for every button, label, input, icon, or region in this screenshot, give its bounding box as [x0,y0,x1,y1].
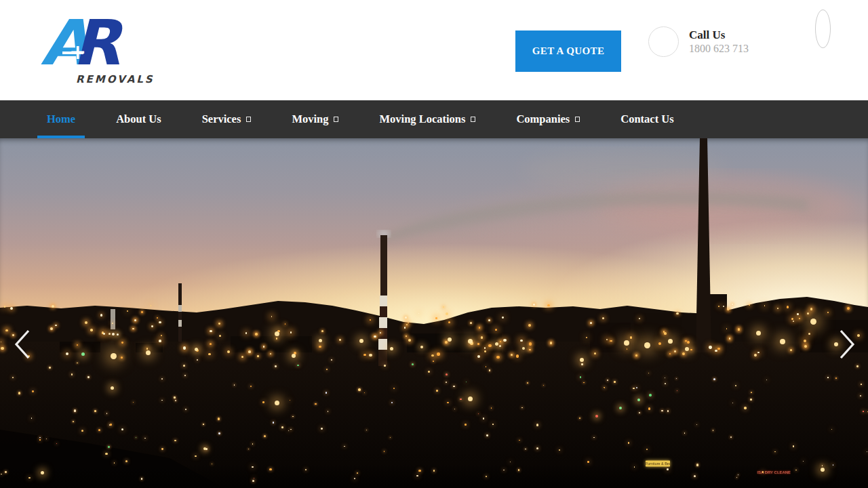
nav-item-label: Contact Us [620,113,673,126]
nav-item-moving[interactable]: Moving [282,100,348,138]
nav-item-label: Home [47,113,75,126]
striped-chimney [378,235,387,366]
carousel-next-button[interactable] [838,329,856,359]
hero-carousel-slide: Furniture & Bedding ISA DRY CLEANERS [0,138,868,488]
call-us-phone-number[interactable]: 1800 623 713 [689,42,749,56]
call-us-label: Call Us [689,28,749,42]
decorative-oval [815,9,831,48]
stack-base-building [709,294,727,352]
hill-structure [111,309,115,329]
nav-item-services[interactable]: Services [193,100,261,138]
page: A R + REMOVALS GET A QUOTE Call Us 1800 … [0,0,868,488]
main-navigation: Home About Us Services Moving Moving Loc… [0,100,868,138]
phone-icon [648,26,679,57]
chimney-band [178,320,182,327]
nav-item-label: Moving [292,113,328,126]
dropdown-indicator-icon [471,117,475,122]
get-a-quote-button[interactable]: GET A QUOTE [515,30,621,72]
haze-cloud [522,150,726,191]
nav-item-label: Moving Locations [379,113,465,126]
dropdown-indicator-icon [334,117,338,122]
nav-item-label: Companies [516,113,570,126]
site-header: A R + REMOVALS GET A QUOTE Call Us 1800 … [0,0,868,100]
call-us-block: Call Us 1800 623 713 [689,28,749,56]
nav-item-contact-us[interactable]: Contact Us [611,100,683,138]
chevron-left-icon [16,331,28,358]
chimney-band [178,305,182,312]
bottom-fade [0,465,868,488]
dropdown-indicator-icon [575,117,580,122]
brand-logo[interactable]: A R + REMOVALS [41,16,142,87]
carousel-prev-button[interactable] [14,329,31,359]
chevron-right-icon [841,331,853,358]
logo-plus-icon: + [69,42,86,62]
dusk-cityscape-illustration [0,138,868,488]
nav-item-label: About Us [116,113,161,126]
nav-item-home[interactable]: Home [37,100,85,138]
nav-item-label: Services [202,113,241,126]
nav-item-moving-locations[interactable]: Moving Locations [370,100,485,138]
nav-list: Home About Us Services Moving Moving Loc… [0,100,868,138]
thin-chimney [178,283,182,350]
dropdown-indicator-icon [246,117,251,122]
nav-item-companies[interactable]: Companies [507,100,589,138]
nav-item-about-us[interactable]: About Us [106,100,170,138]
